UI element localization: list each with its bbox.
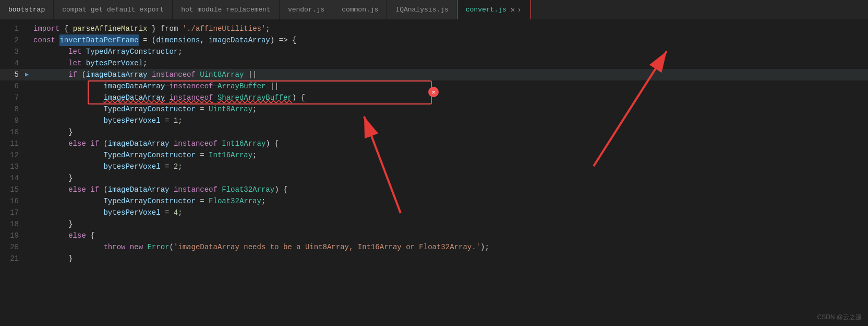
code-line-17: bytesPerVoxel = 4 ; <box>25 207 868 218</box>
chevron-right-icon[interactable]: › <box>517 6 521 14</box>
line-number-9: 9 <box>0 115 25 126</box>
code-line-7: imageDataArray instanceof SharedArrayBuf… <box>25 92 868 103</box>
tab-compat[interactable]: compat get default export <box>54 0 173 20</box>
line-number-18: 18 <box>0 218 25 230</box>
tab-iqanalysis[interactable]: IQAnalysis.js <box>387 0 457 20</box>
line-number-5: 5 <box>0 69 25 80</box>
editor: 1 2 3 4 5 6 7 8 9 10 11 12 13 14 15 16 1… <box>0 20 868 326</box>
tab-hmr-label: hot module replacement <box>181 6 271 14</box>
red-x-button[interactable]: ✕ <box>428 87 439 97</box>
tab-iqanalysis-label: IQAnalysis.js <box>395 6 448 14</box>
line-number-14: 14 <box>0 172 25 184</box>
tab-bar: bootstrap compat get default export hot … <box>0 0 868 20</box>
code-line-13: bytesPerVoxel = 2 ; <box>25 161 868 172</box>
line-number-12: 12 <box>0 149 25 161</box>
code-line-19: else { <box>25 230 868 241</box>
tab-convert-label: convert.js <box>466 6 507 14</box>
line-number-2: 2 <box>0 34 25 46</box>
line-number-20: 20 <box>0 241 25 253</box>
code-line-11: else if ( imageDataArray instanceof Int1… <box>25 138 868 149</box>
code-line-3: let TypedArrayConstructor ; <box>25 46 868 57</box>
tab-compat-label: compat get default export <box>62 6 164 14</box>
line-number-16: 16 <box>0 195 25 207</box>
line-number-17: 17 <box>0 207 25 218</box>
watermark: CSDN @云之遥 <box>817 313 862 322</box>
tab-bootstrap-label: bootstrap <box>8 6 45 14</box>
code-line-12: TypedArrayConstructor = Int16Array ; <box>25 149 868 161</box>
code-line-21: } <box>25 253 868 264</box>
code-line-2: const invertDataPerFrame = ( dimensions … <box>25 34 868 46</box>
line-number-15: 15 <box>0 184 25 195</box>
line-numbers: 1 2 3 4 5 6 7 8 9 10 11 12 13 14 15 16 1… <box>0 20 25 326</box>
code-line-6: imageDataArray instanceof ArrayBuffer || <box>25 80 868 92</box>
tab-convert[interactable]: convert.js ✕ › <box>457 0 531 20</box>
code-line-8: TypedArrayConstructor = Uint8Array ; <box>25 103 868 115</box>
line-number-21: 21 <box>0 253 25 264</box>
line-number-7: 7 <box>0 92 25 103</box>
close-icon[interactable]: ✕ <box>511 5 515 14</box>
code-line-18: } <box>25 218 868 230</box>
code-line-9: bytesPerVoxel = 1 ; <box>25 115 868 126</box>
line-number-13: 13 <box>0 161 25 172</box>
tab-vendor-label: vendor.js <box>288 6 324 14</box>
line-number-19: 19 <box>0 230 25 241</box>
line-number-1: 1 <box>0 23 25 34</box>
tab-common[interactable]: common.js <box>333 0 387 20</box>
code-line-16: TypedArrayConstructor = Float32Array ; <box>25 195 868 207</box>
code-line-5: if ( imageDataArray instanceof Uint8Arra… <box>25 69 868 80</box>
tab-common-label: common.js <box>342 6 378 14</box>
line-number-11: 11 <box>0 138 25 149</box>
line-number-10: 10 <box>0 126 25 138</box>
line-number-3: 3 <box>0 46 25 57</box>
tab-hmr[interactable]: hot module replacement <box>173 0 280 20</box>
code-line-1: import { parseAffineMatrix } from './aff… <box>25 23 868 34</box>
code-line-4: let bytesPerVoxel ; <box>25 57 868 69</box>
line-number-6: 6 <box>0 80 25 92</box>
code-area[interactable]: import { parseAffineMatrix } from './aff… <box>25 20 868 326</box>
code-line-14: } <box>25 172 868 184</box>
code-line-10: } <box>25 126 868 138</box>
tab-vendor[interactable]: vendor.js <box>280 0 333 20</box>
code-line-20: throw new Error ( 'imageDataArray needs … <box>25 241 868 253</box>
line-number-4: 4 <box>0 57 25 69</box>
line-number-8: 8 <box>0 103 25 115</box>
code-line-15: else if ( imageDataArray instanceof Floa… <box>25 184 868 195</box>
tab-bootstrap[interactable]: bootstrap <box>0 0 54 20</box>
